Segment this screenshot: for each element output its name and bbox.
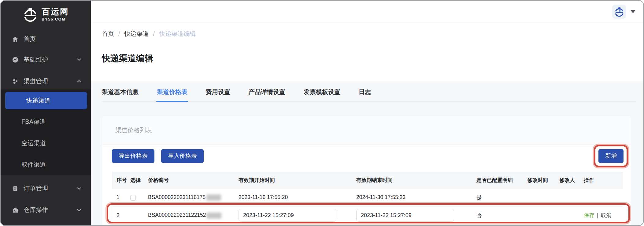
add-button[interactable]: 新增 [598, 149, 624, 163]
table-row: 1 BSA0000220231116175 2023-11-16 17:55:2… [112, 189, 623, 206]
logo: 百运网 BY56.COM [1, 1, 91, 22]
col-modifier: 修改人 [559, 172, 584, 189]
toolbar: 导出价格表 导入价格表 新增 [112, 145, 621, 167]
configured-cell: 是 [476, 189, 527, 206]
col-select: 选择 [130, 172, 148, 189]
price-table: 序号 选择 价格编号 有效期开始时间 有效期结束时间 是否已配置明细 修改时间 … [112, 172, 623, 224]
tab-invoice-template-settings[interactable]: 发票模板设置 [304, 88, 340, 101]
import-price-table-button[interactable]: 导入价格表 [161, 149, 204, 163]
sidebar-subitem-air-channel[interactable]: 空运渠道 [1, 134, 91, 152]
price-number-cell: BSA0000220231122152 [148, 206, 239, 224]
row-select-checkbox[interactable] [130, 195, 136, 201]
price-number: BSA0000220231122152 [148, 212, 206, 218]
card-body: 导出价格表 导入价格表 新增 序号 [102, 145, 631, 224]
app-window: 百运网 BY56.COM 首页 基础维护 [0, 0, 644, 226]
modifier-cell [559, 189, 584, 206]
sidebar-subitem-label: 空运渠道 [21, 139, 46, 147]
content-area: 渠道基本信息 渠道价格表 费用设置 产品详情设置 发票模板设置 日志 渠道价格列… [91, 81, 643, 225]
breadcrumb-separator: / [118, 30, 120, 37]
sidebar-subitem-express-channel[interactable]: 快递渠道 [5, 92, 87, 109]
valid-end-input[interactable] [356, 209, 454, 222]
logo-subtitle: BY56.COM [42, 17, 69, 21]
sidebar-subitem-fba-channel[interactable]: FBA渠道 [1, 113, 91, 130]
export-price-table-button[interactable]: 导出价格表 [112, 149, 154, 163]
sidebar-item-basic-maintenance[interactable]: 基础维护 [1, 51, 91, 68]
chevron-down-icon [76, 207, 82, 213]
page-title: 快递渠道编辑 [102, 53, 643, 81]
sidebar-item-label: 首页 [24, 35, 36, 43]
col-modified-time: 修改时间 [527, 172, 559, 189]
chevron-up-icon [76, 79, 82, 84]
sidebar: 百运网 BY56.COM 首页 基础维护 [1, 1, 91, 225]
by56-avatar-icon [614, 6, 624, 17]
home-icon [12, 36, 19, 43]
card-title: 渠道价格列表 [102, 116, 631, 145]
sidebar-subitem-label: 快递渠道 [26, 96, 50, 105]
user-menu-caret-icon[interactable] [631, 10, 635, 13]
valid-start-input[interactable] [239, 209, 336, 222]
sidebar-item-label: 渠道管理 [24, 77, 48, 85]
sidebar-item-warehouse-operations[interactable]: 仓库操作 [1, 201, 91, 219]
table-header-row: 序号 选择 价格编号 有效期开始时间 有效期结束时间 是否已配置明细 修改时间 … [112, 172, 623, 189]
sidebar-item-home[interactable]: 首页 [1, 30, 91, 48]
col-price-no: 价格编号 [148, 172, 239, 189]
user-avatar[interactable] [612, 5, 626, 19]
col-valid-end: 有效期结束时间 [356, 172, 476, 189]
main-area: 首页 / 快递渠道 / 快递渠道编辑 快递渠道编辑 渠道基本信息 渠道价格表 费… [91, 1, 643, 225]
tab-log[interactable]: 日志 [359, 88, 371, 101]
sidebar-item-channel-management[interactable]: 渠道管理 [1, 73, 91, 90]
tab-product-detail-settings[interactable]: 产品详情设置 [249, 88, 285, 101]
modified-time-cell [527, 189, 559, 206]
row-index: 1 [112, 189, 130, 206]
price-number: BSA0000220231116175 [148, 194, 205, 200]
page-header: 首页 / 快递渠道 / 快递渠道编辑 快递渠道编辑 [91, 1, 643, 81]
breadcrumb: 首页 / 快递渠道 / 快递渠道编辑 [102, 30, 643, 38]
table-row-editing: 2 BSA0000220231122152 否 保存|取消 [112, 206, 623, 224]
masked-value [207, 213, 221, 219]
annotation-add-button-highlight: 新增 [594, 145, 628, 167]
col-configured: 是否已配置明细 [476, 172, 527, 189]
sidebar-subitem-label: FBA渠道 [21, 118, 46, 126]
topbar [91, 1, 643, 23]
channels-icon [12, 78, 19, 85]
sidebar-item-label: 基础维护 [24, 55, 48, 64]
breadcrumb-separator: / [153, 30, 155, 37]
sidebar-subitem-pickup-channel[interactable]: 取件渠道 [1, 156, 91, 173]
price-number-cell: BSA0000220231116175 [148, 189, 239, 206]
col-valid-start: 有效期开始时间 [239, 172, 356, 189]
sidebar-item-label: 订单管理 [24, 184, 48, 193]
logo-title: 百运网 [42, 8, 69, 16]
by56-logo-icon [23, 7, 38, 22]
sidebar-item-order-management[interactable]: 订单管理 [1, 180, 91, 197]
tab-channel-basic-info[interactable]: 渠道基本信息 [102, 88, 139, 101]
breadcrumb-home[interactable]: 首页 [102, 30, 114, 38]
configured-cell: 否 [476, 206, 527, 224]
valid-end-cell: 2024-11-30 17:55:23 [356, 189, 476, 206]
valid-start-cell: 2023-11-16 17:55:20 [239, 189, 356, 206]
warehouse-icon [12, 207, 19, 213]
maintenance-icon [12, 56, 19, 63]
price-list-card: 渠道价格列表 导出价格表 导入价格表 新增 [102, 116, 631, 226]
tab-fee-settings[interactable]: 费用设置 [206, 88, 230, 101]
breadcrumb-current: 快递渠道编辑 [159, 30, 196, 38]
sidebar-item-label: 仓库操作 [24, 206, 48, 214]
col-index: 序号 [112, 172, 130, 189]
save-link[interactable]: 保存 [584, 212, 594, 218]
cancel-link[interactable]: 取消 [601, 212, 612, 218]
orders-icon [12, 185, 19, 192]
masked-value [206, 194, 221, 201]
breadcrumb-express-channel[interactable]: 快递渠道 [124, 30, 149, 38]
tab-channel-price-table[interactable]: 渠道价格表 [157, 88, 187, 101]
operation-separator: | [597, 212, 598, 218]
operation-cell [584, 189, 623, 206]
chevron-down-icon [76, 57, 82, 62]
col-operation: 操作 [584, 172, 623, 189]
row-index: 2 [112, 206, 130, 224]
chevron-down-icon [76, 186, 82, 191]
tab-bar: 渠道基本信息 渠道价格表 费用设置 产品详情设置 发票模板设置 日志 [102, 88, 636, 102]
operation-cell: 保存|取消 [584, 206, 623, 224]
sidebar-subitem-label: 取件渠道 [21, 160, 46, 169]
